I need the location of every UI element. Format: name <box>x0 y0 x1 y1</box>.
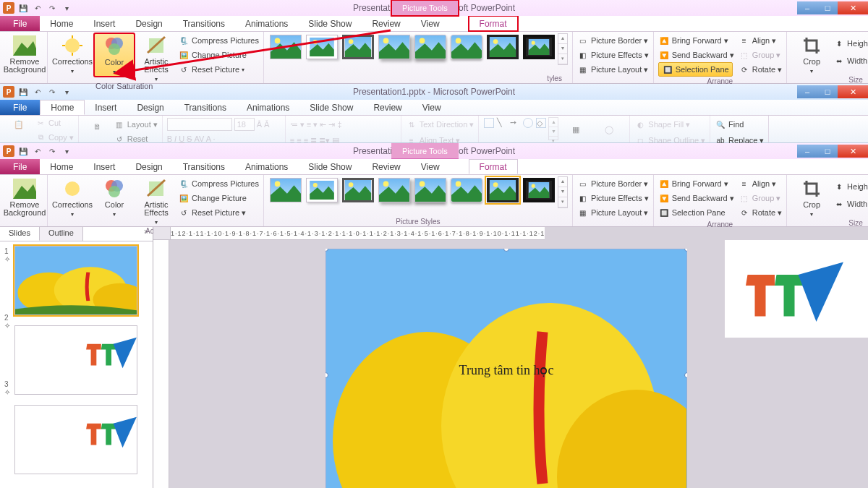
shapes-gallery[interactable]: ╲➙ ◇ ▲▼▾ ▦ ◯ <box>483 117 625 140</box>
slide-thumb-2[interactable] <box>14 325 137 395</box>
tab-home[interactable]: Home <box>40 100 85 115</box>
qat-save-icon[interactable]: 💾 <box>17 145 29 157</box>
qat-more-icon[interactable]: ▾ <box>61 86 72 98</box>
close-button[interactable]: ✕ <box>838 145 868 158</box>
qat-undo-icon[interactable]: ↶ <box>32 2 43 14</box>
slide-thumb-3[interactable] <box>14 405 137 474</box>
width-field[interactable]: ⬌Width: 25.4 cm▴▾ <box>833 197 868 211</box>
crop-button[interactable]: Crop▾ <box>791 33 832 75</box>
picture-tools-context-3: Picture Tools <box>391 143 459 159</box>
remove-background-button[interactable]: Remove Background <box>4 176 45 217</box>
tab-review[interactable]: Review <box>363 100 412 115</box>
picture-tools-context: Picture Tools <box>391 0 459 16</box>
tab-transitions[interactable]: Transitions <box>173 159 235 174</box>
qat-redo-icon[interactable]: ↷ <box>46 2 58 14</box>
arrange-button[interactable]: ▦ <box>560 117 592 140</box>
height-field[interactable]: ⬍Height: 19.05 cm▴▾ <box>833 179 868 194</box>
reset-picture-button[interactable]: ↺Reset Picture ▾ <box>178 205 259 220</box>
tab-format[interactable]: Format <box>469 159 518 174</box>
tab-home[interactable]: Home <box>40 16 83 31</box>
qat-save-icon[interactable]: 💾 <box>17 2 29 14</box>
minimize-button[interactable]: – <box>797 1 817 14</box>
align-button[interactable]: ≡Align ▾ <box>739 176 782 191</box>
svg-line-16 <box>130 30 391 71</box>
picture-effects-button[interactable]: ◧Picture Effects ▾ <box>577 48 649 62</box>
picture-layout-button[interactable]: ▦Picture Layout ▾ <box>577 205 649 220</box>
align-button[interactable]: ≡Align ▾ <box>739 33 782 48</box>
tab-file[interactable]: File <box>0 16 40 31</box>
crop-button[interactable]: Crop▾ <box>791 176 832 218</box>
find-button[interactable]: 🔍Find <box>715 117 744 132</box>
ribbon-tabs-2: File Home Insert Design Transitions Anim… <box>0 100 868 116</box>
tab-insert[interactable]: Insert <box>83 159 125 174</box>
rotate-button[interactable]: ⟳Rotate ▾ <box>739 205 782 220</box>
qat-more-icon[interactable]: ▾ <box>61 145 72 157</box>
tab-transitions[interactable]: Transitions <box>174 100 237 115</box>
corrections-button[interactable]: Corrections▾ <box>52 33 93 75</box>
new-slide-button[interactable]: 🗎 <box>83 117 112 134</box>
qat-more-icon[interactable]: ▾ <box>61 2 72 14</box>
tab-animations[interactable]: Animations <box>237 100 299 115</box>
minimize-button[interactable]: – <box>797 145 817 158</box>
send-backward-button[interactable]: 🔽Send Backward ▾ <box>658 191 734 205</box>
selected-picture[interactable]: Trung tâm tin học <box>326 249 687 488</box>
tab-review[interactable]: Review <box>362 159 410 174</box>
bring-forward-button[interactable]: 🔼Bring Forward ▾ <box>658 176 734 191</box>
slide-thumb-1[interactable] <box>14 246 137 315</box>
paste-button: 📋 <box>4 116 33 132</box>
slides-tab[interactable]: Slides <box>0 227 40 241</box>
qat-redo-icon[interactable]: ↷ <box>46 145 58 157</box>
tab-file[interactable]: File <box>0 100 40 115</box>
close-button[interactable]: ✕ <box>838 85 868 98</box>
qat-undo-icon[interactable]: ↶ <box>32 145 43 157</box>
tab-slideshow[interactable]: Slide Show <box>298 159 362 174</box>
qat-save-icon[interactable]: 💾 <box>17 86 29 98</box>
compress-pictures-button[interactable]: 🗜️Compress Pictures <box>178 176 259 191</box>
tab-view[interactable]: View <box>411 16 450 31</box>
change-picture-button[interactable]: 🖼️Change Picture <box>178 191 259 205</box>
layout-button[interactable]: ▥Layout ▾ <box>114 117 158 132</box>
tab-view[interactable]: View <box>411 159 450 174</box>
selection-pane-button[interactable]: 🔲Selection Pane <box>658 62 734 77</box>
width-field[interactable]: ⬌Width: 25.4 cm▴▾ <box>833 53 868 68</box>
remove-background-button[interactable]: Remove Background <box>4 33 45 74</box>
tab-insert[interactable]: Insert <box>85 100 127 115</box>
group-button: ⬚Group ▾ <box>739 191 782 205</box>
picture-effects-button[interactable]: ◧Picture Effects ▾ <box>577 191 649 205</box>
picture-border-button[interactable]: ▭Picture Border ▾ <box>577 176 649 191</box>
shape-fill-button: ◐Shape Fill ▾ <box>634 117 690 132</box>
tab-design[interactable]: Design <box>127 100 174 115</box>
height-field[interactable]: ⬍Height: 19.05 cm▴▾ <box>833 36 868 51</box>
ribbon-tabs-3: File Home Insert Design Transitions Anim… <box>0 159 868 175</box>
tab-view[interactable]: View <box>412 100 451 115</box>
app-icon-3: P <box>3 145 14 157</box>
quick-styles-button: ◯ <box>593 117 625 140</box>
tab-animations[interactable]: Animations <box>235 159 298 174</box>
gallery-scroll[interactable]: ▲▼▾ <box>558 33 568 65</box>
color-button[interactable]: Color▾ <box>94 176 135 218</box>
corrections-button[interactable]: Corrections▾ <box>52 176 93 218</box>
qat-redo-icon[interactable]: ↷ <box>46 86 58 98</box>
tab-slideshow[interactable]: Slide Show <box>299 100 363 115</box>
artistic-effects-button[interactable]: Artistic Effects▾ <box>136 176 176 226</box>
rotate-button[interactable]: ⟳Rotate ▾ <box>739 62 782 77</box>
picture-styles-gallery[interactable]: ▲▼▾ <box>268 176 568 208</box>
bring-forward-button[interactable]: 🔼Bring Forward ▾ <box>658 33 734 48</box>
qat-undo-icon[interactable]: ↶ <box>32 86 43 98</box>
tab-home[interactable]: Home <box>40 159 83 174</box>
gallery-scroll[interactable]: ▲▼▾ <box>558 176 568 208</box>
close-button[interactable]: ✕ <box>838 1 868 14</box>
picture-layout-button[interactable]: ▦Picture Layout ▾ <box>577 62 649 77</box>
tab-design[interactable]: Design <box>125 159 172 174</box>
ribbon-home: 📋 ✂Cut ⧉Copy ▾ 🗎 ▥Layout ▾ ↺Reset 18 Â … <box>0 116 868 143</box>
tab-format[interactable]: Format <box>469 16 518 31</box>
maximize-button[interactable]: □ <box>817 85 838 98</box>
maximize-button[interactable]: □ <box>817 1 838 14</box>
selection-pane-button[interactable]: 🔲Selection Pane <box>658 205 734 220</box>
text-direction-button: ⇅Text Direction ▾ <box>406 117 475 132</box>
minimize-button[interactable]: – <box>797 85 817 98</box>
maximize-button[interactable]: □ <box>817 145 838 158</box>
picture-border-button[interactable]: ▭Picture Border ▾ <box>577 33 649 48</box>
send-backward-button[interactable]: 🔽Send Backward ▾ <box>658 48 734 62</box>
tab-file[interactable]: File <box>0 159 40 174</box>
